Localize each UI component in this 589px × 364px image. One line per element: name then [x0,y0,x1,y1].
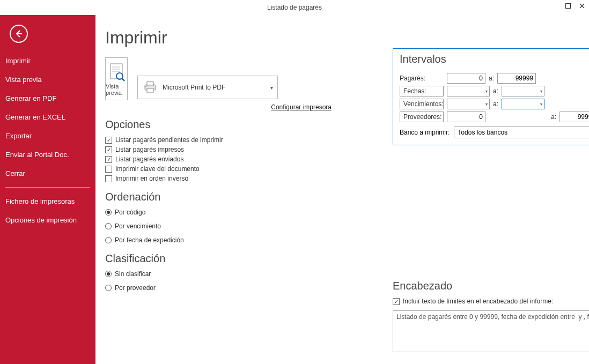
configurar-impresora-link[interactable]: Configurar impresora [137,103,332,111]
nav-vista-previa[interactable]: Vista previa [0,70,95,89]
rad-codigo-label: Por código [115,209,145,216]
section-opciones: Opciones [105,118,298,131]
rad-sin-clasificar-label: Sin clasificar [115,270,151,278]
nav-cerrar[interactable]: Cerrar [0,164,95,183]
chk-clave[interactable] [105,166,112,173]
venc-to-date[interactable]: ▾ [502,99,544,109]
chk-inverso-label: Imprimir en orden inverso [115,175,188,182]
venc-a-label: a: [493,100,498,108]
nav-opciones-impresion[interactable]: Opciones de impresión [0,211,95,229]
rad-codigo[interactable] [105,209,112,216]
title-bar: Listado de pagarés [0,0,589,15]
pagares-from-input[interactable] [447,73,485,84]
intervalos-group: Intervalos Pagarés: a: Fechas: ▾ a: ▾ Ve… [393,48,589,145]
fechas-to-date[interactable]: ▾ [502,86,544,96]
rad-vencimiento-label: Por vencimiento [115,222,161,230]
nav-fichero-impresoras[interactable]: Fichero de impresoras [0,192,95,211]
rad-sin-clasificar[interactable] [105,271,112,277]
section-clasificacion: Clasificación [105,252,298,265]
nav-imprimir[interactable]: Imprimir [0,51,95,70]
prov-to-input[interactable] [559,112,589,122]
sidebar: Imprimir Vista previa Generar en PDF Gen… [0,15,95,364]
chk-impresos[interactable] [105,146,112,153]
chk-pendientes-label: Listar pagarés pendientes de imprimir [115,136,223,144]
banco-select[interactable]: Todos los bancos ▾ [454,127,589,138]
chevron-down-icon: ▾ [540,89,542,94]
fechas-a-label: a: [493,87,498,95]
printer-icon [142,80,158,94]
nav-enviar-portal[interactable]: Enviar al Portal Doc. [0,145,95,164]
fechas-from-date[interactable]: ▾ [447,86,490,96]
nav-generar-pdf[interactable]: Generar en PDF [0,89,95,108]
chevron-down-icon: ▾ [540,102,542,107]
close-button[interactable] [578,2,586,10]
fechas-button[interactable]: Fechas: [400,86,444,96]
svg-point-13 [145,86,146,87]
vista-previa-label: Vista previa [106,83,127,96]
chk-impresos-label: Listar pagarés impresos [115,146,184,153]
svg-line-9 [122,78,124,81]
rad-fecha-exp[interactable] [105,237,112,243]
svg-rect-0 [566,4,571,9]
chevron-down-icon: ▾ [485,102,488,107]
maximize-button[interactable] [564,2,572,10]
chk-pendientes[interactable] [105,137,112,144]
svg-rect-12 [147,88,153,93]
section-encabezado: Encabezado [393,280,589,292]
chk-enviados[interactable] [105,156,112,163]
encabezado-section: Encabezado Incluir texto de límites en e… [393,272,589,354]
main-panel: Imprimir Vista previa [95,15,589,364]
section-intervalos: Intervalos [400,53,589,65]
rad-vencimiento[interactable] [105,223,112,229]
nav-generar-excel[interactable]: Generar en EXCEL [0,108,95,127]
printer-name: Microsoft Print to PDF [163,84,225,91]
pagares-a-label: a: [489,75,494,82]
rad-por-proveedor-label: Por proveedor [115,284,156,292]
window-title: Listado de pagarés [267,4,322,11]
pagares-label: Pagarés: [400,75,444,82]
page-title: Imprimir [105,28,298,48]
venc-from-date[interactable]: ▾ [447,99,490,109]
svg-rect-11 [147,81,153,86]
prov-a-label: a: [551,113,556,121]
section-ordenacion: Ordenación [105,191,298,203]
back-button[interactable] [10,25,28,43]
nav-divider [5,187,90,188]
vista-previa-button[interactable]: Vista previa [105,57,128,100]
nav-exportar[interactable]: Exportar [0,127,95,145]
chk-inverso[interactable] [105,175,112,182]
proveedores-button[interactable]: Proveedores: [400,112,444,122]
chevron-down-icon: ▾ [485,89,488,94]
chk-incluir-texto-label: Incluir texto de límites en el encabezad… [403,298,553,305]
chevron-down-icon: ▾ [270,85,273,91]
pagares-to-input[interactable] [497,73,536,84]
banco-label: Banco a imprimir: [400,129,450,136]
rad-por-proveedor[interactable] [105,285,112,291]
chk-clave-label: Imprimir clave del documento [115,165,200,173]
banco-value: Todos los bancos [458,129,507,136]
chk-incluir-texto[interactable] [393,298,400,305]
vencimientos-button[interactable]: Vencimientos: [400,99,444,109]
rad-fecha-exp-label: Por fecha de expedición [115,236,184,244]
document-preview-icon [106,62,127,83]
encabezado-textarea[interactable] [393,310,589,352]
prov-from-input[interactable] [447,112,485,122]
printer-select[interactable]: Microsoft Print to PDF ▾ [137,76,278,99]
chk-enviados-label: Listar pagarés enviados [115,155,183,163]
